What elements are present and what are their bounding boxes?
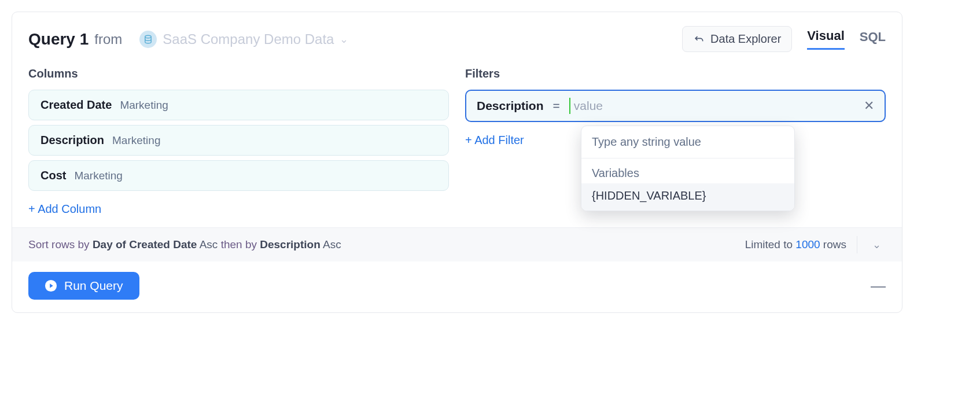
columns-section: Columns Created Date Marketing Descripti… — [28, 67, 449, 216]
svg-point-0 — [145, 35, 152, 38]
filter-field: Description — [477, 99, 544, 113]
sort-bar-right: Limited to 1000 rows ⌄ — [745, 236, 886, 253]
row-limit[interactable]: Limited to 1000 rows — [745, 238, 846, 251]
header-right: Data Explorer Visual SQL — [682, 26, 886, 52]
dropdown-item-variable[interactable]: {HIDDEN_VARIABLE} — [581, 183, 794, 211]
run-bar: Run Query — — [12, 261, 902, 312]
back-arrow-icon — [693, 34, 705, 45]
play-icon — [45, 279, 57, 292]
limit-suffix: rows — [820, 238, 846, 250]
column-pill[interactable]: Created Date Marketing — [28, 90, 449, 120]
sort-prefix: Sort rows by — [28, 238, 93, 250]
minimize-icon[interactable]: — — [871, 277, 886, 295]
chevron-down-icon: ⌄ — [340, 33, 348, 46]
explorer-label: Data Explorer — [710, 32, 781, 46]
close-icon[interactable]: ✕ — [864, 98, 874, 113]
sort-field-1: Day of Created Date — [93, 238, 197, 250]
sort-description[interactable]: Sort rows by Day of Created Date Asc the… — [28, 238, 341, 251]
filters-title: Filters — [465, 67, 886, 80]
divider — [857, 236, 857, 253]
header-bar: Query 1 from SaaS Company Demo Data ⌄ Da… — [12, 12, 902, 57]
column-tag: Marketing — [120, 99, 168, 112]
limit-prefix: Limited to — [745, 238, 796, 250]
query-title: Query 1 — [28, 30, 89, 49]
data-explorer-button[interactable]: Data Explorer — [682, 26, 792, 52]
column-name: Cost — [40, 169, 66, 182]
sort-dir-1: Asc — [200, 238, 221, 250]
filter-value-dropdown: Type any string value Variables {HIDDEN_… — [581, 126, 795, 211]
column-name: Created Date — [40, 98, 112, 112]
tab-visual[interactable]: Visual — [807, 28, 844, 50]
run-query-button[interactable]: Run Query — [28, 272, 139, 300]
chevron-down-icon[interactable]: ⌄ — [868, 236, 886, 253]
column-pill[interactable]: Cost Marketing — [28, 160, 449, 191]
add-filter-link[interactable]: + Add Filter — [465, 134, 524, 147]
add-column-link[interactable]: + Add Column — [28, 202, 101, 216]
dropdown-group-label: Variables — [581, 159, 794, 183]
column-tag: Marketing — [74, 169, 122, 182]
datasource-selector[interactable]: SaaS Company Demo Data ⌄ — [131, 27, 356, 51]
datasource-icon — [139, 31, 157, 48]
column-name: Description — [40, 134, 104, 147]
sort-then: then by — [221, 238, 260, 250]
sort-bar: Sort rows by Day of Created Date Asc the… — [12, 227, 902, 261]
header-left: Query 1 from SaaS Company Demo Data ⌄ — [28, 27, 356, 51]
sort-field-2: Description — [260, 238, 320, 250]
column-pill[interactable]: Description Marketing — [28, 125, 449, 156]
run-label: Run Query — [64, 279, 123, 293]
sort-dir-2: Asc — [323, 238, 341, 250]
filters-section: Filters Description = ✕ Type any string … — [465, 67, 886, 216]
filter-operator: = — [553, 99, 560, 113]
filters-wrap: Description = ✕ Type any string value Va… — [465, 90, 886, 122]
columns-title: Columns — [28, 67, 449, 80]
filter-pill[interactable]: Description = ✕ — [465, 90, 886, 122]
filter-value-input[interactable] — [569, 98, 854, 114]
tab-sql[interactable]: SQL — [860, 30, 886, 49]
datasource-name: SaaS Company Demo Data — [163, 31, 334, 47]
from-label: from — [94, 31, 122, 47]
body: Columns Created Date Marketing Descripti… — [12, 57, 902, 227]
query-panel: Query 1 from SaaS Company Demo Data ⌄ Da… — [12, 12, 902, 313]
column-tag: Marketing — [112, 134, 160, 147]
limit-number: 1000 — [795, 238, 820, 250]
dropdown-hint: Type any string value — [581, 126, 794, 159]
